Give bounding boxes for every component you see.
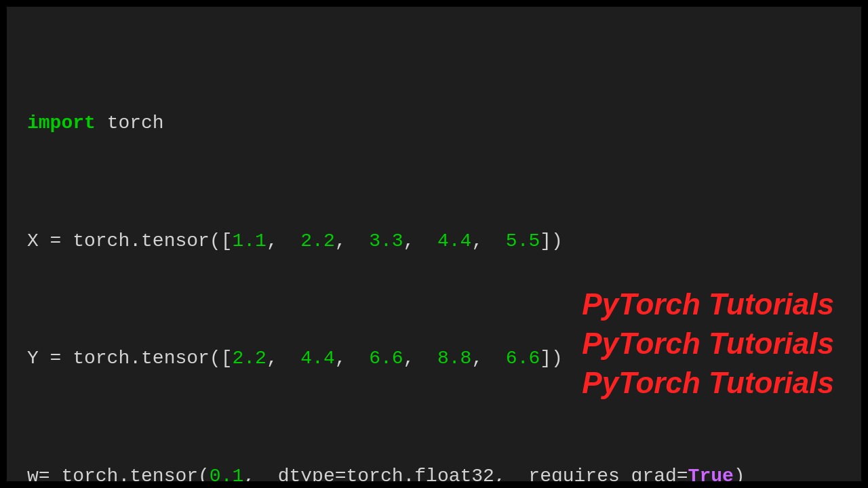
code-line-1: import torch [27,108,841,138]
screen: import torch X = torch.tensor([1.1, 2.2,… [7,7,861,481]
watermark-line-3: PyTorch Tutorials [582,366,834,400]
code-line-4: w= torch.tensor(0.1, dtype=torch.float32… [27,462,841,481]
watermark-line-2: PyTorch Tutorials [582,327,834,361]
watermark-line-1: PyTorch Tutorials [582,287,834,321]
watermark-area: PyTorch Tutorials PyTorch Tutorials PyTo… [582,287,834,400]
code-area: import torch X = torch.tensor([1.1, 2.2,… [7,7,861,481]
code-line-2: X = torch.tensor([1.1, 2.2, 3.3, 4.4, 5.… [27,226,841,256]
